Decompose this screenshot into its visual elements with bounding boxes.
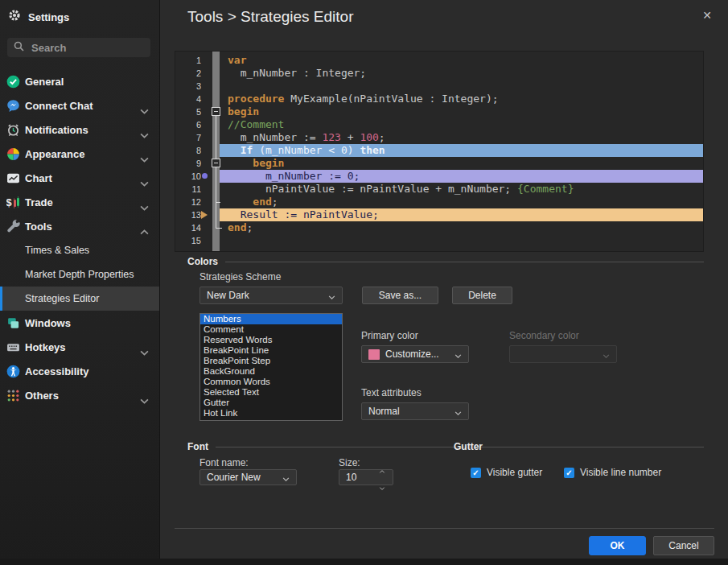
line-number[interactable]: 13	[175, 208, 212, 221]
text-attributes-dropdown[interactable]: Normal	[361, 402, 469, 420]
editor-line-8[interactable]: 8 If (m_nNumber < 0) then	[175, 144, 703, 157]
listbox-item-numbers[interactable]: Numbers	[200, 314, 342, 324]
visible-line-number-checkbox[interactable]: Visible line number	[564, 467, 661, 478]
editor-line-11[interactable]: 11 nPaintValue := nPaintValue + m_nNumbe…	[175, 183, 703, 196]
close-icon[interactable]: ✕	[702, 9, 712, 22]
search-input[interactable]	[30, 41, 144, 55]
editor-line-15[interactable]: 15	[175, 234, 703, 247]
delete-button[interactable]: Delete	[452, 287, 512, 304]
code-editor[interactable]: 1var2 m_nNumber : Integer;34procedure My…	[175, 51, 704, 252]
sidebar-item-windows[interactable]: Windows	[0, 311, 159, 335]
sidebar-item-tools[interactable]: Tools	[0, 214, 159, 238]
font-name-dropdown[interactable]: Courier New	[199, 469, 297, 485]
editor-line-9[interactable]: 9 begin	[175, 157, 703, 170]
search-icon	[14, 40, 24, 55]
code-text[interactable]	[220, 234, 703, 247]
editor-line-1[interactable]: 1var	[175, 54, 703, 67]
listbox-item-reserved-words[interactable]: Reserved Words	[200, 335, 342, 345]
sidebar-item-trade[interactable]: $Trade	[0, 190, 159, 214]
editor-line-5[interactable]: 5begin	[175, 105, 703, 118]
listbox-item-selected-text[interactable]: Selected Text	[200, 387, 342, 398]
scheme-dropdown[interactable]: New Dark	[199, 287, 343, 304]
fold-collapse-icon[interactable]	[212, 107, 220, 116]
chevron-down-icon	[140, 393, 149, 407]
sidebar-item-market-depth-properties[interactable]: Market Depth Properties	[0, 262, 159, 287]
editor-line-4[interactable]: 4procedure MyExample(nPaintValue : Integ…	[175, 93, 703, 105]
line-number[interactable]: 3	[175, 80, 212, 93]
sidebar-item-times-sales[interactable]: Times & Sales	[0, 238, 159, 262]
breakpoint-dot-icon[interactable]	[202, 173, 208, 179]
listbox-item-comment[interactable]: Comment	[200, 324, 342, 335]
line-number[interactable]: 4	[175, 93, 212, 105]
sidebar-item-label: Notifications	[25, 124, 88, 136]
sidebar-item-connect-chat[interactable]: Connect Chat	[0, 93, 159, 118]
scheme-dropdown-value: New Dark	[207, 290, 323, 301]
listbox-item-background[interactable]: BackGround	[200, 366, 342, 377]
code-text[interactable]: //Comment	[220, 118, 703, 131]
editor-line-2[interactable]: 2 m_nNumber : Integer;	[175, 67, 703, 80]
code-text[interactable]: end;	[220, 196, 703, 208]
code-text[interactable]: m_nNumber := 123 + 100;	[220, 131, 703, 144]
sidebar-item-accessibility[interactable]: Accessibility	[0, 359, 159, 383]
editor-line-7[interactable]: 7 m_nNumber := 123 + 100;	[175, 131, 703, 144]
line-number[interactable]: 6	[175, 118, 212, 131]
code-text[interactable]: If (m_nNumber < 0) then	[220, 144, 703, 157]
line-number[interactable]: 5	[175, 105, 212, 118]
sidebar-item-hotkeys[interactable]: Hotkeys	[0, 335, 159, 359]
listbox-item-hot-link[interactable]: Hot Link	[200, 408, 342, 419]
code-text[interactable]: Result := nPaintValue;	[220, 208, 703, 221]
chat-icon	[6, 99, 20, 113]
fold-collapse-icon[interactable]	[212, 159, 220, 167]
editor-line-6[interactable]: 6//Comment	[175, 118, 703, 131]
sidebar-item-appearance[interactable]: Appearance	[0, 142, 159, 166]
line-number[interactable]: 1	[175, 54, 212, 67]
listbox-item-gutter[interactable]: Gutter	[200, 398, 342, 408]
font-size-spinner[interactable]: 10	[339, 469, 393, 485]
line-number[interactable]: 15	[175, 234, 212, 247]
ok-button[interactable]: OK	[589, 536, 646, 555]
listbox-item-breakpoint-step[interactable]: BreakPoint Step	[200, 356, 342, 366]
visible-gutter-label: Visible gutter	[487, 467, 542, 478]
code-text[interactable]: procedure MyExample(nPaintValue : Intege…	[220, 93, 703, 105]
spinner-down-icon[interactable]	[379, 479, 385, 493]
code-text[interactable]: m_nNumber := 0;	[220, 170, 703, 183]
code-text[interactable]: var	[220, 54, 703, 67]
editor-line-13[interactable]: 13 Result := nPaintValue;	[175, 208, 703, 221]
line-number[interactable]: 2	[175, 67, 212, 80]
sidebar-item-chart[interactable]: Chart	[0, 166, 159, 190]
line-number[interactable]: 14	[175, 221, 212, 234]
code-text[interactable]: begin	[220, 157, 703, 170]
line-number[interactable]: 10	[175, 170, 212, 183]
line-number[interactable]: 11	[175, 183, 212, 196]
code-text[interactable]: nPaintValue := nPaintValue + m_nNumber; …	[220, 183, 703, 196]
line-number[interactable]: 9	[175, 157, 212, 170]
code-text[interactable]	[220, 80, 703, 93]
listbox-item-breakpoint-line[interactable]: BreakPoint Line	[200, 345, 342, 356]
primary-color-dropdown[interactable]: Customize...	[361, 345, 469, 363]
editor-line-3[interactable]: 3	[175, 80, 703, 93]
editor-line-14[interactable]: 14end;	[175, 221, 703, 234]
spinner-up-icon[interactable]	[379, 462, 385, 476]
code-text[interactable]: end;	[220, 221, 703, 234]
cancel-button[interactable]: Cancel	[653, 536, 714, 555]
line-number[interactable]: 8	[175, 144, 212, 157]
secondary-color-label: Secondary color	[509, 330, 579, 341]
sidebar-item-others[interactable]: Others	[0, 383, 159, 407]
visible-gutter-checkbox[interactable]: Visible gutter	[471, 467, 542, 478]
chevron-up-icon	[140, 224, 149, 238]
listbox-item-common-words[interactable]: Common Words	[200, 377, 342, 387]
color-elements-listbox[interactable]: NumbersCommentReserved WordsBreakPoint L…	[199, 313, 343, 421]
line-number[interactable]: 12	[175, 196, 212, 208]
sidebar-item-notifications[interactable]: Notifications	[0, 118, 159, 142]
strategies-scheme-label: Strategies Scheme	[199, 271, 281, 282]
save-as-button[interactable]: Save as...	[362, 287, 438, 304]
secondary-color-dropdown[interactable]	[509, 345, 617, 363]
gear-icon	[8, 9, 21, 25]
sidebar-item-general[interactable]: General	[0, 69, 159, 93]
code-text[interactable]: begin	[220, 105, 703, 118]
line-number[interactable]: 7	[175, 131, 212, 144]
editor-line-10[interactable]: 10 m_nNumber := 0;	[175, 170, 703, 183]
sidebar-item-strategies-editor[interactable]: Strategies Editor	[0, 287, 159, 311]
editor-line-12[interactable]: 12 end;	[175, 196, 703, 208]
code-text[interactable]: m_nNumber : Integer;	[220, 67, 703, 80]
